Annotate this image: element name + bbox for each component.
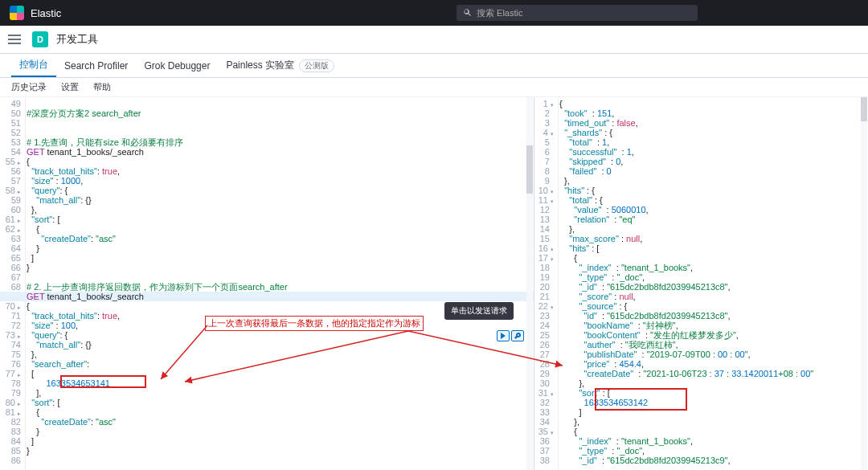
nav-bar: D 开发工具 <box>0 26 868 54</box>
sub-bar: 历史记录 设置 帮助 <box>0 78 868 97</box>
global-search[interactable]: 搜索 Elastic <box>457 5 698 21</box>
sub-settings[interactable]: 设置 <box>61 81 79 93</box>
top-bar: Elastic 搜索 Elastic <box>0 0 868 26</box>
menu-icon[interactable] <box>8 35 21 44</box>
callout-annotation: 上一次查询获得最后一条数据，他的指定指定作为游标 <box>205 316 424 331</box>
app-badge[interactable]: D <box>32 31 48 47</box>
search-icon <box>463 8 472 18</box>
right-code: { "took" : 151, "timed_out" : false, "_s… <box>559 99 868 465</box>
sub-history[interactable]: 历史记录 <box>11 81 47 93</box>
right-scrollbar[interactable] <box>861 97 867 470</box>
tab-grok-debugger[interactable]: Grok Debugger <box>136 54 218 77</box>
request-actions <box>497 330 524 341</box>
left-code[interactable]: #深度分页方案2 search_after # 1.先查询，只能有size 和必… <box>27 99 534 465</box>
brand-name: Elastic <box>31 7 61 19</box>
tab-bar: 控制台 Search Profiler Grok Debugger Painle… <box>0 54 868 78</box>
tab-search-profiler[interactable]: Search Profiler <box>56 54 136 77</box>
breadcrumb[interactable]: 开发工具 <box>56 32 98 47</box>
send-request-tooltip: 单击以发送请求 <box>444 302 514 320</box>
left-scrollbar[interactable] <box>526 97 533 470</box>
sub-help[interactable]: 帮助 <box>93 81 111 93</box>
search-placeholder: 搜索 Elastic <box>477 7 522 19</box>
request-pane[interactable]: 49505152535455 ▸565758 ▸596061 ▸62 ▸6364… <box>0 97 534 470</box>
response-pane[interactable]: 1 ▾2 3 4 ▾5 6 7 8 9 10 ▾11 ▾12 13 14 15 … <box>534 97 868 470</box>
wrench-button[interactable] <box>511 330 524 341</box>
elastic-logo-icon <box>10 6 24 20</box>
tab-painless-lab[interactable]: Painless 实验室 公测版 <box>218 54 342 77</box>
editor-area: 49505152535455 ▸565758 ▸596061 ▸62 ▸6364… <box>0 97 868 470</box>
tab-console[interactable]: 控制台 <box>11 54 56 77</box>
right-gutter: 1 ▾2 3 4 ▾5 6 7 8 9 10 ▾11 ▾12 13 14 15 … <box>534 97 559 470</box>
play-button[interactable] <box>497 330 510 341</box>
left-gutter: 49505152535455 ▸565758 ▸596061 ▸62 ▸6364… <box>0 97 26 470</box>
beta-badge: 公测版 <box>299 59 334 72</box>
